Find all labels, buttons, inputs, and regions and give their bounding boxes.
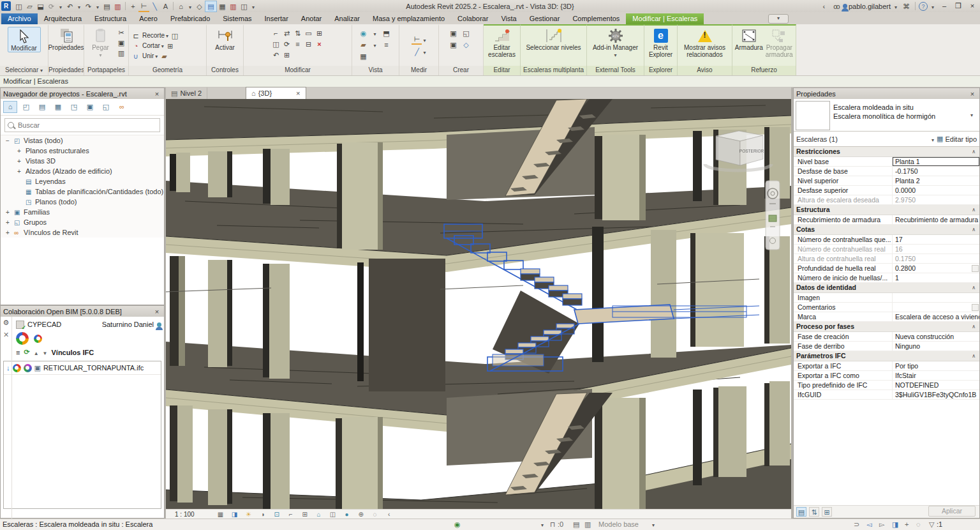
- property-row[interactable]: Tipo predefinido de IFC NOTDEFINED: [794, 381, 979, 390]
- propagar-armadura-button[interactable]: Propagar armadura: [765, 27, 794, 58]
- tree-item[interactable]: + ◱ Grupos: [1, 217, 164, 227]
- tree-expand-icon[interactable]: +: [6, 219, 14, 226]
- property-value[interactable]: Planta 1: [893, 157, 979, 166]
- browser-home-icon[interactable]: [3, 101, 17, 113]
- sort-icon[interactable]: ⇅: [809, 507, 819, 517]
- collapse-icon[interactable]: [819, 1, 829, 11]
- property-value[interactable]: 16: [893, 245, 979, 254]
- modificar-button[interactable]: Modificar: [8, 27, 41, 52]
- activar-button[interactable]: Activar: [209, 27, 241, 51]
- property-value[interactable]: 3$HuliGV1BFe3tyQCnfo1B: [893, 390, 979, 399]
- tree-expand-icon[interactable]: +: [17, 158, 26, 165]
- property-value[interactable]: Escalera de acceso a viviendas ...: [893, 312, 979, 321]
- filter-icon[interactable]: ▽: [929, 519, 934, 530]
- collapse-section-icon[interactable]: ∧: [972, 205, 976, 215]
- tree-item[interactable]: + ▣ Familias: [1, 207, 164, 217]
- property-row[interactable]: Nivel superior Planta 2: [794, 176, 979, 186]
- measure-between-caret-icon[interactable]: [423, 49, 426, 56]
- tree-expand-icon[interactable]: +: [6, 229, 14, 236]
- measure-icon[interactable]: [138, 1, 149, 12]
- property-row[interactable]: Marca Escalera de acceso a viviendas ...: [794, 312, 979, 322]
- measure-caret-icon[interactable]: [423, 36, 426, 43]
- modify-tool-icon-8[interactable]: [292, 40, 303, 49]
- tree-item[interactable]: + ∞ Vínculos de Revit: [1, 227, 164, 238]
- cut-clipboard-icon[interactable]: [116, 28, 126, 37]
- reveal-hidden-icon[interactable]: ●: [343, 511, 352, 518]
- property-value[interactable]: Por tipo: [893, 361, 979, 370]
- tree-item[interactable]: ◳ Planos (todo): [1, 197, 164, 207]
- modify-tool-icon-3[interactable]: [292, 29, 303, 38]
- view-tab-nivel2[interactable]: ▤ Nivel 2: [166, 87, 207, 99]
- active-workset-icon[interactable]: ⊓: [550, 519, 556, 530]
- ribbon-tab[interactable]: Archivo: [1, 13, 38, 24]
- section-box-icon[interactable]: [194, 1, 205, 11]
- property-row[interactable]: Comentarios: [794, 303, 979, 312]
- tree-item[interactable]: ▦ Tablas de planificación/Cantidades (to…: [1, 186, 164, 197]
- search-binoculars-icon[interactable]: oo: [831, 1, 842, 11]
- group-icon[interactable]: ⊞: [822, 507, 832, 517]
- browser-sheets-icon[interactable]: ◳: [67, 101, 81, 113]
- view-scale[interactable]: 1 : 100: [175, 511, 195, 518]
- workset-list-icon[interactable]: ▥: [584, 519, 591, 530]
- filter-caret-icon[interactable]: [932, 135, 934, 143]
- select-underlay-icon[interactable]: ◅: [866, 519, 872, 530]
- ribbon-tab[interactable]: Masa y emplazamiento: [366, 13, 451, 24]
- tree-item[interactable]: + Planos estructurales: [1, 146, 164, 156]
- tree-item[interactable]: + Vistas 3D: [1, 156, 164, 166]
- close-icon[interactable]: ×: [152, 308, 161, 315]
- panel-label-aviso[interactable]: Aviso: [678, 66, 732, 75]
- browser-groups-icon[interactable]: ◱: [99, 101, 113, 113]
- property-row[interactable]: Número de contrahuellas que... 17: [794, 235, 979, 245]
- section-header[interactable]: Parámetros IFC∧: [794, 351, 979, 361]
- tree-expand-icon[interactable]: +: [17, 148, 26, 155]
- settings-gear-icon[interactable]: [3, 319, 10, 327]
- ribbon-tab[interactable]: Sistemas: [216, 13, 258, 24]
- view-tab-3d[interactable]: ⌂ {3D} ×: [246, 87, 306, 99]
- modify-tool-icon-6[interactable]: [271, 40, 281, 49]
- property-row[interactable]: Desfase de base -0.1750: [794, 167, 979, 176]
- seleccionar-niveles-button[interactable]: Seleccionar niveles: [523, 27, 584, 51]
- restore-button[interactable]: ❒: [952, 1, 965, 11]
- view-lighting-icon[interactable]: [359, 29, 369, 38]
- create-similar-icon[interactable]: [449, 29, 459, 38]
- property-row[interactable]: Altura de escalera deseada 2.9750: [794, 195, 979, 205]
- tools-icon[interactable]: [3, 331, 9, 339]
- 3d-viewport[interactable]: POSTERIOR: [166, 99, 791, 509]
- panel-label-vista[interactable]: Vista: [352, 66, 399, 75]
- panel-label-propiedades[interactable]: Propiedades: [48, 66, 84, 75]
- modify-tool-icon-10[interactable]: [271, 50, 281, 59]
- property-row[interactable]: Fase de creación Nueva construcción: [794, 332, 979, 342]
- property-value[interactable]: [893, 293, 979, 302]
- workset-caret-icon[interactable]: [541, 519, 544, 530]
- panel-label-portapapeles[interactable]: Portapapeles: [84, 66, 128, 75]
- property-value[interactable]: Nueva construcción: [893, 332, 979, 341]
- apply-button[interactable]: Aplicar: [928, 506, 976, 517]
- browser-views-icon[interactable]: ◰: [19, 101, 33, 113]
- section-header[interactable]: Proceso por fases∧: [794, 322, 979, 332]
- browser-schedules-icon[interactable]: ▤: [35, 101, 49, 113]
- geometry-icon-c[interactable]: [159, 52, 169, 61]
- geometry-icon-b[interactable]: [165, 42, 175, 50]
- pegar-button[interactable]: Pegar: [86, 27, 115, 59]
- addin-manager-button[interactable]: </> Add-in Manager: [589, 27, 642, 59]
- worksets-dialog-icon[interactable]: ▤: [573, 519, 579, 530]
- modify-tool-icon-4[interactable]: [303, 29, 314, 38]
- openbim-import-icon[interactable]: [34, 335, 42, 343]
- measure-tool-icon[interactable]: [412, 34, 422, 45]
- active-workset-name[interactable]: Modelo base: [598, 519, 639, 530]
- create-group-icon[interactable]: [461, 29, 471, 38]
- property-row[interactable]: Altura de contrahuella real 0.1750: [794, 254, 979, 264]
- modify-tool-icon-9[interactable]: [303, 40, 314, 49]
- property-value[interactable]: 0.1750: [893, 254, 979, 263]
- property-row[interactable]: Profundidad de huella real 0.2800: [794, 264, 979, 273]
- linework-icon[interactable]: [382, 40, 392, 49]
- ribbon-tab[interactable]: Vista: [494, 13, 523, 24]
- panel-label-crear[interactable]: Crear: [439, 66, 483, 75]
- redo-caret-icon[interactable]: [94, 1, 101, 11]
- workset-dropdown-icon[interactable]: [652, 519, 655, 530]
- browser-families-icon[interactable]: ▣: [83, 101, 97, 113]
- qat-caret-icon[interactable]: [249, 1, 257, 11]
- property-value[interactable]: Planta 2: [893, 176, 979, 185]
- collapse-section-icon[interactable]: ∧: [972, 351, 976, 361]
- modify-tool-icon-1[interactable]: [271, 29, 281, 38]
